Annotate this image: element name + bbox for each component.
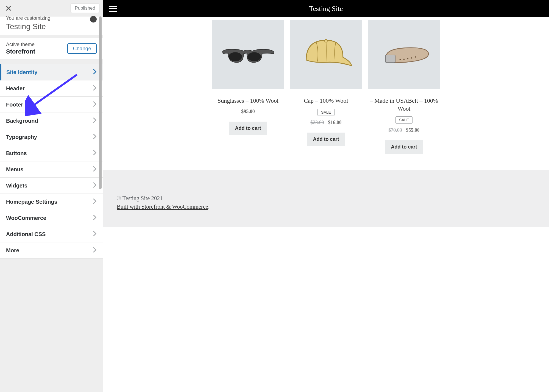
scrollbar-thumb[interactable] (99, 16, 102, 189)
customizing-prefix: You are customizing (6, 15, 90, 21)
sidebar-scrollbar[interactable] (98, 16, 103, 392)
product-image[interactable] (212, 20, 284, 89)
chevron-right-icon (93, 150, 97, 157)
chevron-right-icon (93, 69, 97, 76)
belt-icon (376, 39, 432, 70)
menu-item-label: Site Identity (6, 69, 37, 75)
publish-status-button[interactable]: Published (71, 4, 99, 13)
chevron-right-icon (93, 117, 97, 124)
menu-item-label: Footer (6, 102, 23, 108)
sale-price: $55.00 (406, 127, 420, 133)
original-price: $23.00 (310, 120, 324, 125)
chevron-right-icon (93, 214, 97, 222)
chevron-right-icon (93, 231, 97, 238)
sunglasses-icon (220, 40, 276, 69)
chevron-right-icon (93, 247, 97, 254)
svg-point-6 (403, 58, 405, 60)
menu-item-homepage-settings[interactable]: Homepage Settings (0, 194, 103, 210)
chevron-right-icon (93, 133, 97, 141)
customizer-menu: Site Identity Header Footer Background T… (0, 64, 103, 259)
menu-item-label: Additional CSS (6, 231, 46, 237)
product-image[interactable] (368, 20, 440, 89)
menu-item-label: Buttons (6, 150, 27, 156)
chevron-right-icon (93, 182, 97, 189)
sale-badge: SALE (317, 109, 335, 116)
cap-icon (298, 35, 354, 74)
preview-site-title: Testing Site (309, 5, 343, 13)
product-card: Cap – 100% Wool SALE $23.00 $16.00 Add t… (290, 20, 362, 154)
help-icon[interactable] (90, 16, 97, 23)
product-price: $23.00 $16.00 (290, 120, 362, 125)
product-card: Sunglasses – 100% Wool $95.00 Add to car… (212, 20, 284, 154)
svg-point-5 (400, 59, 401, 60)
change-theme-button[interactable]: Change (67, 43, 97, 54)
svg-rect-4 (386, 55, 395, 63)
product-title: – Made in USABelt – 100% Wool (368, 97, 440, 113)
svg-point-7 (407, 58, 409, 60)
product-grid: Sunglasses – 100% Wool $95.00 Add to car… (103, 17, 549, 170)
menu-item-widgets[interactable]: Widgets (0, 178, 103, 194)
menu-item-woocommerce[interactable]: WooCommerce (0, 210, 103, 226)
menu-item-label: Header (6, 85, 25, 92)
menu-item-additional-css[interactable]: Additional CSS (0, 226, 103, 242)
add-to-cart-button[interactable]: Add to cart (229, 122, 266, 135)
footer-credit-link[interactable]: Built with Storefront & WooCommerce (117, 203, 208, 210)
product-card: – Made in USABelt – 100% Wool SALE $70.0… (368, 20, 440, 154)
menu-item-menus[interactable]: Menus (0, 161, 103, 178)
svg-point-8 (411, 57, 413, 59)
svg-point-3 (325, 39, 327, 42)
menu-item-label: WooCommerce (6, 215, 46, 221)
original-price: $70.00 (388, 127, 402, 133)
active-theme-label: Active theme (6, 42, 35, 47)
svg-point-1 (228, 52, 242, 61)
chevron-right-icon (93, 198, 97, 205)
sale-price: $16.00 (328, 120, 342, 125)
product-image[interactable] (290, 20, 362, 89)
product-title: Sunglasses – 100% Wool (212, 97, 284, 105)
menu-item-buttons[interactable]: Buttons (0, 145, 103, 161)
menu-item-footer[interactable]: Footer (0, 97, 103, 113)
footer-copyright: © Testing Site 2021 (117, 195, 535, 202)
chevron-right-icon (93, 85, 97, 92)
menu-item-header[interactable]: Header (0, 80, 103, 97)
footer-credit-suffix: . (208, 203, 210, 210)
theme-name: Storefront (6, 48, 35, 55)
svg-point-2 (247, 52, 261, 61)
customizer-heading: You are customizing Testing Site (0, 16, 103, 35)
close-customizer-button[interactable] (0, 0, 17, 16)
menu-item-label: Widgets (6, 183, 27, 189)
svg-point-9 (415, 56, 416, 58)
customizer-topbar: Published (0, 0, 103, 16)
menu-item-label: Typography (6, 134, 37, 140)
preview-footer: © Testing Site 2021 Built with Storefron… (103, 170, 549, 227)
chevron-right-icon (93, 101, 97, 108)
menu-item-label: Background (6, 118, 38, 124)
menu-item-background[interactable]: Background (0, 113, 103, 129)
sale-badge: SALE (395, 116, 413, 124)
menu-item-label: More (6, 247, 19, 254)
product-title: Cap – 100% Wool (290, 97, 362, 105)
preview-header: Testing Site (103, 0, 549, 17)
hamburger-menu-button[interactable] (109, 6, 117, 12)
product-price: $95.00 (212, 109, 284, 114)
add-to-cart-button[interactable]: Add to cart (385, 140, 422, 154)
menu-item-site-identity[interactable]: Site Identity (0, 64, 103, 80)
menu-item-more[interactable]: More (0, 242, 103, 259)
close-icon (5, 5, 12, 11)
site-preview: Testing Site Sunglasses – 100% Wool $95.… (103, 0, 549, 392)
customizer-sidebar: Published You are customizing Testing Si… (0, 0, 103, 392)
add-to-cart-button[interactable]: Add to cart (307, 133, 344, 146)
menu-item-label: Menus (6, 166, 23, 173)
customizing-site-name: Testing Site (6, 22, 97, 31)
chevron-right-icon (93, 166, 97, 173)
product-price: $70.00 $55.00 (368, 127, 440, 133)
menu-item-label: Homepage Settings (6, 199, 57, 205)
active-theme-section: Active theme Storefront Change (0, 38, 103, 59)
menu-item-typography[interactable]: Typography (0, 129, 103, 145)
